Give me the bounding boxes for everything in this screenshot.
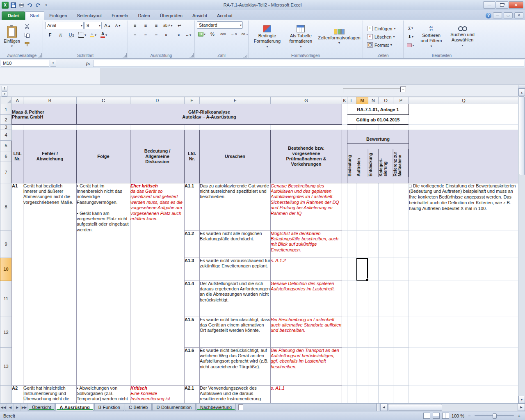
- cell-D3[interactable]: [130, 125, 185, 130]
- vertical-scrollbar[interactable]: ▲ ▼: [518, 85, 525, 403]
- col-header-L[interactable]: L: [347, 97, 356, 104]
- cell-M8[interactable]: [356, 183, 368, 231]
- row-header-7[interactable]: 7: [0, 162, 12, 183]
- cell-L9[interactable]: [347, 231, 356, 258]
- select-all-corner[interactable]: [0, 97, 12, 104]
- active-cell-M10[interactable]: [356, 258, 368, 281]
- scroll-left-button[interactable]: ◀: [380, 404, 388, 411]
- col-header-O[interactable]: O: [379, 97, 393, 104]
- cell-M11[interactable]: [356, 281, 368, 317]
- header-ursachen[interactable]: Ursachen: [200, 130, 271, 183]
- page-layout-view-button[interactable]: [433, 413, 440, 419]
- find-select-button[interactable]: Suchen und Auswählen ▾: [447, 21, 478, 52]
- excel-app-icon[interactable]: X: [2, 2, 9, 9]
- cell-N11[interactable]: [368, 281, 379, 317]
- cell-Q14[interactable]: [409, 385, 518, 403]
- cell-Q3[interactable]: [409, 125, 518, 130]
- cell-L10[interactable]: [347, 258, 356, 281]
- col-header-Q[interactable]: Q: [409, 97, 518, 104]
- first-sheet-button[interactable]: ◀◀: [0, 404, 7, 411]
- zoom-slider[interactable]: [475, 415, 514, 416]
- header-bewertung-block[interactable]: Bewertung BedeutungAuftretenEntdeckungKa…: [347, 130, 409, 183]
- cell-B3[interactable]: [23, 125, 77, 130]
- cell-massnahme-A1.6[interactable]: Bei Planung den Transport an den Aufstel…: [271, 347, 342, 385]
- cell-G3[interactable]: [271, 125, 342, 130]
- sheet-tab-b-funktion[interactable]: B-Funktion: [94, 404, 124, 411]
- ribbon-tab-start[interactable]: Start: [25, 11, 44, 20]
- cell-massnahme-A1.5[interactable]: Bei Beschreibung im Lastenheft auch alte…: [271, 317, 342, 347]
- fill-color-button[interactable]: ▾: [88, 31, 98, 39]
- cell-E3[interactable]: [185, 125, 200, 130]
- insert-worksheet-button[interactable]: [236, 404, 245, 411]
- zoom-level[interactable]: 100 %: [452, 413, 464, 418]
- header-massnahmen[interactable]: Bestehende bzw. vorgesehene Prüfmaßnahme…: [271, 130, 342, 183]
- cell-ursache-A1.2[interactable]: Es wurden nicht alle möglichen Beladungs…: [200, 231, 271, 258]
- ribbon-tab-daten[interactable]: Daten: [133, 11, 155, 20]
- row-header-8[interactable]: 8: [0, 183, 12, 231]
- ribbon-tab-ansicht[interactable]: Ansicht: [187, 11, 212, 20]
- help-button[interactable]: ?: [486, 13, 491, 18]
- cell-O3[interactable]: [379, 125, 393, 130]
- borders-button[interactable]: ▾: [77, 31, 87, 39]
- cell-M14[interactable]: [356, 385, 368, 403]
- close-window-button[interactable]: ✕: [509, 1, 523, 9]
- row-header-13[interactable]: 13: [0, 347, 12, 385]
- ribbon-tab-einfügen[interactable]: Einfügen: [44, 11, 72, 20]
- cell-K9[interactable]: [342, 231, 347, 258]
- scroll-right-button[interactable]: ▶: [518, 404, 525, 411]
- row-header-9[interactable]: 9: [0, 231, 12, 258]
- cell-O12[interactable]: [379, 317, 393, 347]
- conditional-formatting-button[interactable]: Bedingte Formatierung ▾: [251, 24, 284, 49]
- row-header-5[interactable]: 5: [0, 140, 12, 151]
- insert-function-button[interactable]: fx: [57, 61, 92, 66]
- cell-K13[interactable]: [342, 347, 347, 385]
- paste-button[interactable]: Einfügen ▾: [3, 21, 21, 52]
- cell-L13[interactable]: [347, 347, 356, 385]
- cell-L3[interactable]: [347, 125, 356, 130]
- cell-cause-id-A1.5[interactable]: A1.5: [185, 317, 200, 347]
- cell-cause-id-A1.6[interactable]: A1.6: [185, 347, 200, 385]
- cell-M9[interactable]: [356, 231, 368, 258]
- workbook-minimize-button[interactable]: —: [493, 12, 502, 18]
- cell-Q9[interactable]: [409, 231, 518, 258]
- horizontal-scrollbar[interactable]: ◀ ▶: [376, 404, 525, 411]
- cell-massnahme-A1.4[interactable]: Genaue Definition des späteren Aufstellu…: [271, 281, 342, 317]
- insert-cells-button[interactable]: +Einfügen▾: [365, 25, 401, 33]
- formula-input[interactable]: [93, 60, 524, 67]
- row-header-1[interactable]: 1: [0, 104, 12, 115]
- font-size-combo[interactable]: 9▾: [84, 22, 102, 29]
- align-top-button[interactable]: ≡: [130, 21, 140, 30]
- col-header-K[interactable]: K: [342, 97, 347, 104]
- outline-level-2-button[interactable]: 2: [2, 91, 7, 97]
- row-header-12[interactable]: 12: [0, 317, 12, 347]
- shrink-font-button[interactable]: A▼: [113, 21, 123, 30]
- decrease-decimal-button[interactable]: .00→: [240, 30, 249, 38]
- cell-cause-id-A1.3[interactable]: A1.3: [185, 258, 200, 281]
- cell-L14[interactable]: [347, 385, 356, 403]
- align-middle-button[interactable]: ≡: [141, 21, 151, 30]
- cell-A3[interactable]: [12, 125, 23, 130]
- cell-P9[interactable]: [393, 231, 409, 258]
- cell-bedeutung-A1[interactable]: Eher kritischda das Gerät so spezifizier…: [130, 183, 185, 385]
- font-color-button[interactable]: A▾: [99, 31, 109, 39]
- print-button[interactable]: [18, 2, 25, 9]
- cell-N10[interactable]: [368, 258, 379, 281]
- cell-M12[interactable]: [356, 317, 368, 347]
- cell-O10[interactable]: [379, 258, 393, 281]
- cell-cause-id-A1.1[interactable]: A1.1: [185, 183, 200, 231]
- rating-header-4[interactable]: Kategori- sierung: [379, 149, 393, 177]
- col-header-C[interactable]: C: [77, 97, 130, 104]
- fill-button[interactable]: ⬇▾: [406, 33, 415, 41]
- minimize-window-button[interactable]: —: [483, 1, 495, 9]
- cut-button[interactable]: [23, 22, 32, 30]
- name-box[interactable]: M10: [1, 60, 49, 67]
- col-header-D[interactable]: D: [130, 97, 185, 104]
- increase-decimal-button[interactable]: ←.0: [229, 30, 239, 38]
- cell-doc-title[interactable]: GMP-Risikoanalyse Autoklav – A-Ausrüstun…: [77, 104, 342, 125]
- save-button[interactable]: [10, 2, 17, 9]
- horizontal-scroll-thumb[interactable]: [388, 404, 442, 411]
- outline-level-1-button[interactable]: 1: [2, 86, 7, 91]
- redo-button[interactable]: [34, 2, 41, 9]
- underline-button[interactable]: U▾: [66, 31, 76, 39]
- cell-K14[interactable]: [342, 385, 347, 403]
